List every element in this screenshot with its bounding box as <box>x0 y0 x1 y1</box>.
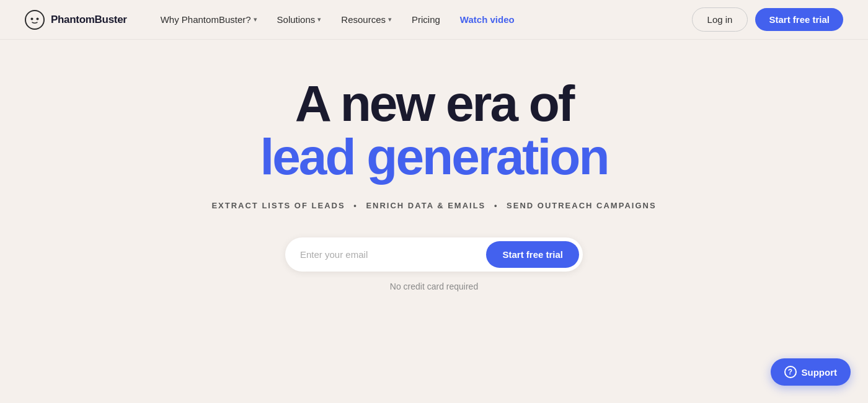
logo-icon <box>25 10 45 30</box>
svg-point-0 <box>25 11 44 29</box>
email-input[interactable] <box>300 249 486 260</box>
chevron-down-icon: ▾ <box>388 16 392 24</box>
logo[interactable]: PhantomBuster <box>25 10 127 30</box>
subtitle-part-3: SEND OUTREACH CAMPAIGNS <box>507 201 657 210</box>
hero-title-line1: A new era of <box>295 77 574 130</box>
svg-point-1 <box>31 17 33 20</box>
nav-left: PhantomBuster Why PhantomBuster? ▾ Solut… <box>25 9 523 30</box>
dot-separator-2: • <box>494 201 502 210</box>
svg-point-2 <box>37 17 39 20</box>
login-button[interactable]: Log in <box>692 7 748 32</box>
chevron-down-icon: ▾ <box>317 16 321 24</box>
nav-item-pricing[interactable]: Pricing <box>403 9 449 30</box>
nav-links: Why PhantomBuster? ▾ Solutions ▾ Resourc… <box>152 9 523 30</box>
nav-item-resources[interactable]: Resources ▾ <box>332 9 401 30</box>
start-trial-nav-button[interactable]: Start free trial <box>755 8 843 31</box>
dot-separator-1: • <box>353 201 361 210</box>
hero-title-line2: lead generation <box>260 130 608 184</box>
nav-right: Log in Start free trial <box>692 7 843 32</box>
support-button[interactable]: ? Support <box>771 358 851 386</box>
start-trial-hero-button[interactable]: Start free trial <box>486 241 579 268</box>
nav-item-why-phantombuster[interactable]: Why PhantomBuster? ▾ <box>152 9 266 30</box>
subtitle-part-2: ENRICH DATA & EMAILS <box>366 201 485 210</box>
navbar: PhantomBuster Why PhantomBuster? ▾ Solut… <box>0 0 868 40</box>
hero-section: A new era of lead generation EXTRACT LIS… <box>0 40 868 316</box>
nav-item-watch-video[interactable]: Watch video <box>451 9 523 30</box>
chevron-down-icon: ▾ <box>254 16 257 24</box>
email-form: Start free trial <box>285 237 583 272</box>
nav-item-solutions[interactable]: Solutions ▾ <box>268 9 330 30</box>
support-icon: ? <box>784 366 797 378</box>
subtitle-part-1: EXTRACT LISTS OF LEADS <box>211 201 345 210</box>
hero-subtitle: EXTRACT LISTS OF LEADS • ENRICH DATA & E… <box>211 201 656 210</box>
support-label: Support <box>802 367 838 378</box>
no-credit-card-text: No credit card required <box>390 281 478 291</box>
brand-name: PhantomBuster <box>51 14 127 26</box>
